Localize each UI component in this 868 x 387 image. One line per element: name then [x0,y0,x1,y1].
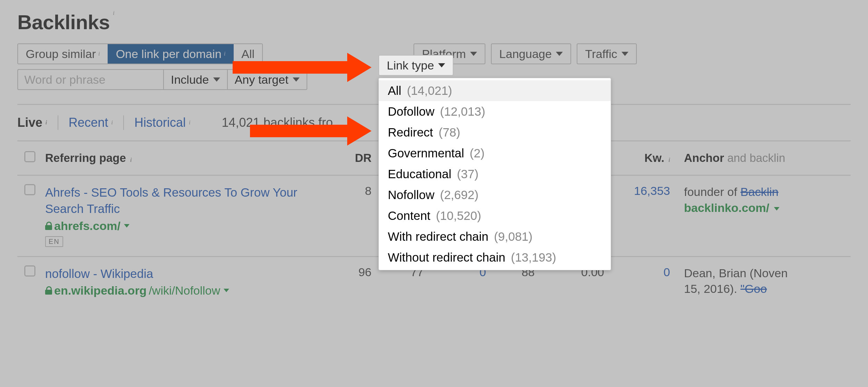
dd-count: (2) [470,146,485,160]
col-kw[interactable]: Kw. i [615,151,681,165]
tab-live-label: Live [17,115,42,130]
caret-down-icon[interactable] [124,224,130,228]
page-title: Backlinks [17,10,110,34]
info-icon: i [189,120,190,125]
filter-link-type-label: Link type [387,59,434,72]
referring-domain-path[interactable]: /wiki/Nofollow [149,284,220,297]
include-label: Include [171,73,209,87]
row-checkbox[interactable] [24,184,35,195]
dd-item-governmental[interactable]: Governmental (2) [379,143,611,164]
dd-label: Dofollow [388,105,434,118]
dd-item-educational[interactable]: Educational (37) [379,164,611,184]
dd-item-all[interactable]: All (14,021) [379,80,611,101]
col-anchor-label: Anchor [684,151,724,164]
anchor-quote: "Goo [741,282,767,295]
dd-label: Nofollow [388,188,434,202]
dd-item-without-redirect-chain[interactable]: Without redirect chain (13,193) [379,247,611,268]
info-icon: i [130,157,132,163]
referring-page-link[interactable]: Ahrefs - SEO Tools & Resources To Grow Y… [45,184,323,217]
cell-dr: 8 [323,184,382,198]
tab-historical[interactable]: Historical i [123,115,201,130]
dd-count: (2,692) [440,188,478,202]
grouping-segmented: Group similar i One link per domain i Al… [17,43,263,64]
col-dr[interactable]: DR [323,151,382,165]
cell-anchor: Dean, Brian (Noven 15, 2016). "Goo [681,265,851,297]
select-all-checkbox[interactable] [24,151,35,162]
tab-live[interactable]: Live i [17,115,58,130]
dd-count: (78) [439,125,460,139]
info-icon: i [45,120,47,125]
anchor-text-pre: founder of [684,185,741,198]
dd-count: (13,193) [511,250,556,264]
col-referring-page-label: Referring page [45,151,126,164]
dd-item-redirect[interactable]: Redirect (78) [379,122,611,143]
seg-group-similar[interactable]: Group similar i [18,44,108,64]
anchor-text-pre: Dean, Brian (Noven [684,266,788,280]
col-anchor[interactable]: Anchor and backlin [681,151,851,165]
dd-label: Governmental [388,146,464,160]
lock-icon [45,222,52,230]
lock-icon [45,286,52,295]
info-icon: i [224,51,225,57]
dd-item-nofollow[interactable]: Nofollow (2,692) [379,184,611,205]
anchor-text-line2: 15, 2016). [684,282,741,295]
include-dropdown[interactable]: Include [163,69,227,90]
anchor-strike: Backlin [741,185,779,198]
link-type-dropdown: All (14,021) Dofollow (12,013) Redirect … [378,78,611,270]
col-referring-page[interactable]: Referring page i [45,151,323,165]
tab-recent-label: Recent [69,115,108,130]
info-icon: i [113,10,114,16]
dd-count: (14,021) [407,84,452,98]
dd-item-with-redirect-chain[interactable]: With redirect chain (9,081) [379,226,611,247]
dd-label: With redirect chain [388,230,489,244]
dd-count: (10,520) [436,209,481,223]
tab-historical-label: Historical [134,115,186,130]
anchor-target-url[interactable]: backlinko.com/ [684,201,769,214]
col-anchor-rest: and backlin [724,151,785,164]
cell-dr: 96 [323,265,382,279]
info-icon: i [98,51,100,57]
caret-down-icon[interactable] [774,207,779,211]
filter-link-type[interactable]: Link type [378,55,453,76]
cell-kw[interactable]: 0 [615,265,681,279]
dd-count: (9,081) [494,230,533,244]
referring-page-link[interactable]: nofollow - Wikipedia [45,265,323,282]
referring-domain[interactable]: ahrefs.com/ [54,219,120,233]
col-kw-label: Kw. [644,151,664,164]
row-checkbox[interactable] [24,265,35,277]
seg-one-per-domain-label: One link per domain [116,47,222,61]
referring-domain[interactable]: en.wikipedia.org [54,284,147,297]
caret-down-icon [438,63,445,67]
dd-item-content[interactable]: Content (10,520) [379,205,611,226]
lang-badge: EN [45,236,63,247]
dd-count: (37) [457,167,478,181]
info-icon: i [669,157,670,163]
dd-label: Educational [388,167,451,181]
caret-down-icon[interactable] [224,289,229,292]
dd-label: Without redirect chain [388,250,505,264]
seg-one-per-domain[interactable]: One link per domain i [108,44,233,64]
info-icon: i [111,120,113,125]
cell-anchor: founder of Backlin backlinko.com/ [681,184,851,216]
dd-item-dofollow[interactable]: Dofollow (12,013) [379,101,611,122]
tab-recent[interactable]: Recent i [58,115,124,130]
annotation-arrow [250,116,372,146]
dd-label: Redirect [388,125,433,139]
seg-group-similar-label: Group similar [26,47,96,61]
cell-kw[interactable]: 16,353 [615,184,681,198]
caret-down-icon [213,77,220,82]
caret-down-icon [621,52,628,56]
dd-label: Content [388,209,431,223]
dd-count: (12,013) [440,105,485,118]
annotation-arrow [233,53,372,82]
dd-label: All [388,84,401,98]
search-input[interactable] [17,69,163,90]
